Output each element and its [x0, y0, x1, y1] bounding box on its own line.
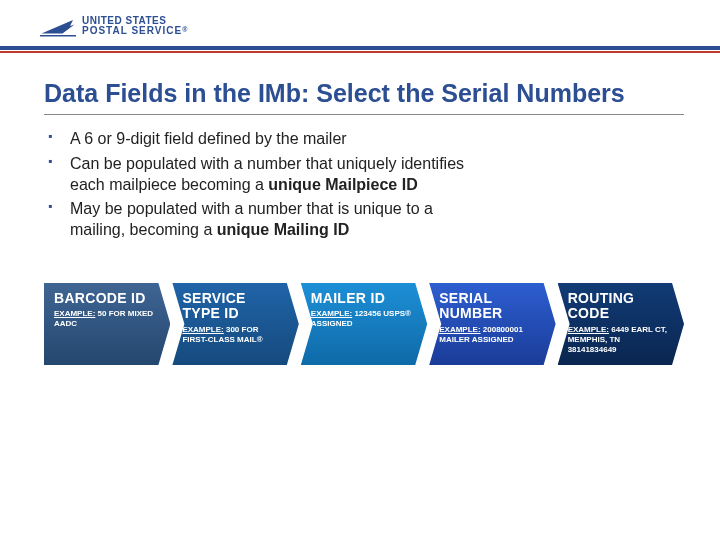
bullet-item: Can be populated with a number that uniq…	[48, 154, 474, 196]
usps-logo: UNITED STATES POSTAL SERVICE®	[40, 14, 720, 38]
slide-body: Data Fields in the IMb: Select the Seria…	[0, 53, 720, 365]
field-title: SERIAL NUMBER	[439, 291, 541, 322]
field-arrows: BARCODE ID EXAMPLE: 50 FOR MIXED AADC SE…	[44, 283, 684, 365]
eagle-icon	[40, 14, 76, 38]
field-service-type-id: SERVICE TYPE ID EXAMPLE: 300 FOR FIRST-C…	[172, 283, 298, 365]
page-title: Data Fields in the IMb: Select the Seria…	[44, 79, 684, 108]
field-title: MAILER ID	[311, 291, 413, 306]
field-routing-code: ROUTING CODE EXAMPLE: 6449 EARL CT, MEMP…	[558, 283, 684, 365]
field-example: EXAMPLE: 300 FOR FIRST-CLASS MAIL®	[182, 325, 284, 345]
bullet-item: A 6 or 9-digit field defined by the mail…	[48, 129, 474, 150]
field-serial-number: SERIAL NUMBER EXAMPLE: 200800001 MAILER …	[429, 283, 555, 365]
logo-line2: POSTAL SERVICE®	[82, 26, 188, 37]
bullet-list: A 6 or 9-digit field defined by the mail…	[44, 129, 474, 241]
field-title: BARCODE ID	[54, 291, 156, 306]
bullet-item: May be populated with a number that is u…	[48, 199, 474, 241]
field-barcode-id: BARCODE ID EXAMPLE: 50 FOR MIXED AADC	[44, 283, 170, 365]
header: UNITED STATES POSTAL SERVICE®	[0, 0, 720, 53]
logo-text: UNITED STATES POSTAL SERVICE®	[82, 16, 188, 37]
field-title: ROUTING CODE	[568, 291, 670, 322]
field-title: SERVICE TYPE ID	[182, 291, 284, 322]
title-rule	[44, 114, 684, 115]
field-example: EXAMPLE: 6449 EARL CT, MEMPHIS, TN 38141…	[568, 325, 670, 355]
field-example: EXAMPLE: 123456 USPS® ASSIGNED	[311, 309, 413, 329]
field-example: EXAMPLE: 50 FOR MIXED AADC	[54, 309, 156, 329]
field-example: EXAMPLE: 200800001 MAILER ASSIGNED	[439, 325, 541, 345]
header-rule	[0, 46, 720, 53]
field-mailer-id: MAILER ID EXAMPLE: 123456 USPS® ASSIGNED	[301, 283, 427, 365]
